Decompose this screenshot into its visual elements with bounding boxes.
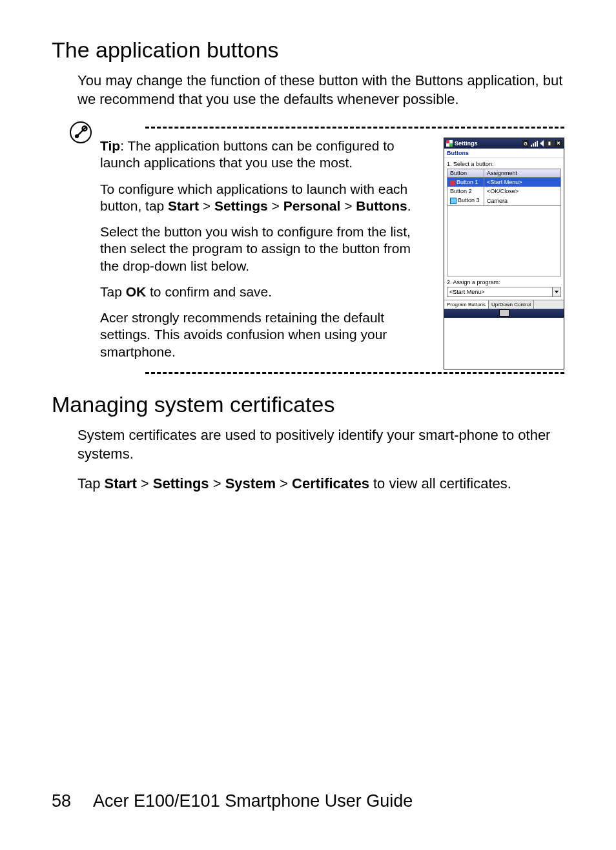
page-number: 58 xyxy=(52,791,89,811)
cert-p2: Tap Start > Settings > System > Certific… xyxy=(52,475,564,493)
g-indicator-icon: G xyxy=(522,140,529,147)
tab-updown-control: Up/Down Control xyxy=(489,300,534,309)
heading-application-buttons: The application buttons xyxy=(52,37,564,63)
manual-page: The application buttons You may change t… xyxy=(0,0,616,850)
heading-managing-certificates: Managing system certificates xyxy=(52,392,564,417)
program-dropdown: <Start Menu> xyxy=(447,287,561,297)
speaker-icon xyxy=(540,140,544,147)
camera-icon xyxy=(450,198,457,204)
dropdown-value: <Start Menu> xyxy=(447,289,552,295)
tab-program-buttons: Program Buttons xyxy=(444,300,489,309)
step2-label: 2. Assign a program: xyxy=(447,279,561,285)
intro-paragraph: You may change the function of these but… xyxy=(52,72,564,109)
page-footer: 58 Acer E100/E101 Smartphone User Guide xyxy=(52,791,564,811)
divider-top xyxy=(145,127,564,129)
list-empty-area xyxy=(447,206,561,276)
button-table: Button Assignment Button 1<Start Menu> B… xyxy=(447,169,561,206)
settings-screenshot: Settings G ▮ ✕ Buttons 1. Select a butto… xyxy=(444,138,564,369)
tip-p4: Tap OK to confirm and save. xyxy=(100,284,432,300)
wm-subtitle: Buttons xyxy=(444,149,564,158)
wm-title: Settings xyxy=(455,140,478,147)
divider-bottom xyxy=(145,372,564,374)
col-assignment: Assignment xyxy=(484,169,561,178)
tip-p1: Tip: The application buttons can be conf… xyxy=(100,138,432,172)
tip-icon xyxy=(70,121,92,143)
wm-bottombar xyxy=(444,309,564,318)
wm-tabs: Program Buttons Up/Down Control xyxy=(444,300,564,309)
battery-icon: ▮ xyxy=(545,140,554,147)
tip-p2: To configure which applications to launc… xyxy=(100,181,432,215)
col-button: Button xyxy=(447,169,484,178)
windows-flag-icon xyxy=(446,140,453,147)
wm-titlebar: Settings G ▮ ✕ xyxy=(444,138,564,149)
tip-label: Tip xyxy=(100,138,120,153)
step1-label: 1. Select a button: xyxy=(447,161,561,167)
signal-icon xyxy=(531,140,538,147)
table-row: Button 1<Start Menu> xyxy=(447,178,561,187)
tip-text: Tip: The application buttons can be conf… xyxy=(100,138,432,369)
tip-p5: Acer strongly recommends retaining the d… xyxy=(100,309,432,360)
table-row: Button 3Camera xyxy=(447,196,561,205)
footer-title: Acer E100/E101 Smartphone User Guide xyxy=(93,791,413,811)
cert-p1: System certificates are used to positive… xyxy=(52,426,564,463)
tip-block: Tip: The application buttons can be conf… xyxy=(52,127,564,374)
tip-p3: Select the button you wish to configure … xyxy=(100,223,432,275)
keyboard-icon xyxy=(499,309,509,316)
close-icon: ✕ xyxy=(555,140,562,147)
table-row: Button 2<OK/Close> xyxy=(447,187,561,196)
svg-point-0 xyxy=(75,134,79,138)
chevron-down-icon xyxy=(552,287,560,296)
